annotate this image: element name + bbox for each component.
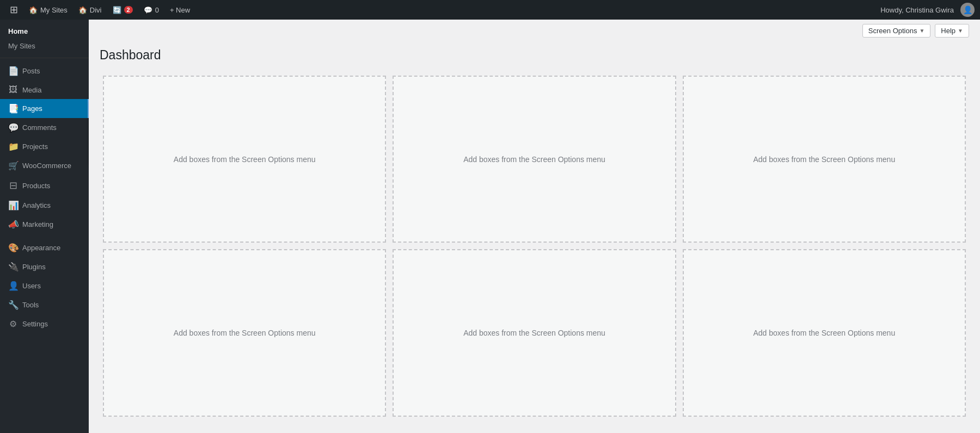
sidebar-label-analytics: Analytics [22,201,51,209]
divider [0,234,89,238]
sidebar-item-users[interactable]: 👤 Users [0,276,89,295]
dashboard-box-6: Add boxes from the Screen Options menu [683,249,966,417]
layout: Home My Sites 📄 Posts 🖼 Media 📑 Pages [0,20,980,433]
sidebar-item-tools[interactable]: 🔧 Tools [0,295,89,314]
admin-bar-right: Howdy, Christina Gwira 👤 [876,0,975,20]
home-icon: 🏠 [29,6,38,14]
dashboard-box-2: Add boxes from the Screen Options menu [393,76,676,243]
sidebar-label-marketing: Marketing [22,220,53,228]
sidebar-item-appearance[interactable]: 🎨 Appearance [0,238,89,257]
woocommerce-icon: 🛒 [8,160,18,171]
posts-icon: 📄 [8,66,18,76]
sidebar: Home My Sites 📄 Posts 🖼 Media 📑 Pages [0,20,89,433]
sidebar-label-users: Users [22,282,41,290]
comments-icon: 💬 [144,6,152,14]
sidebar-label-appearance: Appearance [22,244,60,252]
howdy-label[interactable]: Howdy, Christina Gwira [876,0,958,20]
avatar[interactable]: 👤 [960,3,975,17]
sidebar-label-tools: Tools [22,301,39,309]
dashboard-box-4: Add boxes from the Screen Options menu [103,249,386,417]
sidebar-label-products: Products [22,182,50,190]
sidebar-item-media[interactable]: 🖼 Media [0,81,89,99]
analytics-icon: 📊 [8,200,18,211]
sidebar-label-media: Media [22,86,41,94]
sidebar-item-products[interactable]: ⊟ Products [0,175,89,196]
content-area: Dashboard Add boxes from the Screen Opti… [89,42,980,433]
sidebar-item-comments[interactable]: 💬 Comments [0,118,89,137]
screen-options-button[interactable]: Screen Options ▼ [862,24,931,38]
settings-icon: ⚙ [8,319,18,329]
new-link[interactable]: + New [166,0,194,20]
help-arrow: ▼ [958,28,963,34]
wp-logo[interactable]: ⊞ [5,0,22,20]
plugins-icon: 🔌 [8,262,18,272]
updates-icon: 🔄 [113,6,121,14]
sidebar-item-woocommerce[interactable]: 🛒 WooCommerce [0,156,89,175]
comments-link[interactable]: 💬 0 [139,0,163,20]
sidebar-item-projects[interactable]: 📁 Projects [0,137,89,156]
dashboard-box-1: Add boxes from the Screen Options menu [103,76,386,243]
sidebar-item-home[interactable]: Home [0,24,89,39]
sidebar-label-pages: Pages [22,104,42,113]
tools-icon: 🔧 [8,300,18,310]
sidebar-label-projects: Projects [22,143,48,151]
divi-link[interactable]: 🏠 Divi [74,0,106,20]
appearance-icon: 🎨 [8,243,18,253]
top-bar: Screen Options ▼ Help ▼ [89,20,980,42]
main-content: Screen Options ▼ Help ▼ Dashboard Add bo… [89,20,980,433]
sidebar-label-posts: Posts [22,67,40,75]
marketing-icon: 📣 [8,219,18,230]
dashboard-box-3: Add boxes from the Screen Options menu [683,76,966,243]
sidebar-label-woocommerce: WooCommerce [22,162,71,170]
users-icon: 👤 [8,281,18,291]
projects-icon: 📁 [8,141,18,152]
media-icon: 🖼 [8,85,18,95]
divi-icon: 🏠 [78,6,87,14]
sidebar-item-settings[interactable]: ⚙ Settings [0,314,89,333]
dashboard-grid: Add boxes from the Screen Options menu A… [100,72,969,420]
page-title: Dashboard [100,47,969,64]
help-button[interactable]: Help ▼ [935,24,969,38]
sidebar-item-pages[interactable]: 📑 Pages Pages All Pages Add New 1 [0,99,89,118]
admin-bar: ⊞ 🏠 My Sites 🏠 Divi 🔄 2 💬 0 + New Howdy,… [0,0,980,20]
dashboard-box-5: Add boxes from the Screen Options menu [393,249,676,417]
wordpress-icon: ⊞ [10,4,18,16]
screen-options-arrow: ▼ [919,28,924,34]
updates-count: 2 [124,6,133,14]
sidebar-item-mysites[interactable]: My Sites [0,39,89,53]
sidebar-item-plugins[interactable]: 🔌 Plugins [0,257,89,276]
comments-nav-icon: 💬 [8,122,18,133]
sidebar-home-section: Home My Sites [0,20,89,58]
my-sites-link[interactable]: 🏠 My Sites [24,0,72,20]
sidebar-item-analytics[interactable]: 📊 Analytics [0,196,89,215]
sidebar-label-settings: Settings [22,320,48,328]
sidebar-label-comments: Comments [22,123,57,132]
updates-link[interactable]: 🔄 2 [108,0,137,20]
products-icon: ⊟ [8,180,18,191]
sidebar-nav: 📄 Posts 🖼 Media 📑 Pages Pages All Pag [0,58,89,337]
pages-icon: 📑 [8,103,18,114]
sidebar-item-marketing[interactable]: 📣 Marketing [0,215,89,234]
sidebar-item-posts[interactable]: 📄 Posts [0,61,89,81]
sidebar-label-plugins: Plugins [22,263,46,271]
